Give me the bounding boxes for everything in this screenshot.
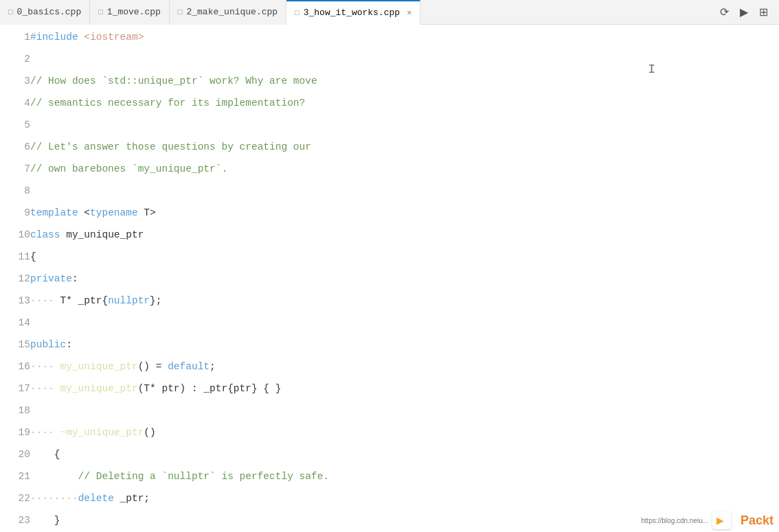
table-row: 9template <typename T> [0, 202, 779, 224]
code-cell: // semantics necessary for its implement… [30, 92, 779, 114]
code-cell: // Let's answer those questions by creat… [30, 136, 779, 158]
code-cell [30, 48, 779, 70]
line-number: 22 [0, 487, 30, 509]
code-cell: class my_unique_ptr [30, 224, 779, 246]
refresh-button[interactable]: ⟳ [717, 4, 732, 20]
table-row: 13···· T* _ptr{nullptr}; [0, 290, 779, 312]
code-cell [30, 180, 779, 202]
line-number: 17 [0, 378, 30, 400]
tab-label-0: 0_basics.cpp [17, 7, 82, 17]
code-cell: // How does `std::unique_ptr` work? Why … [30, 70, 779, 92]
line-number: 11 [0, 246, 30, 268]
table-row: 6// Let's answer those questions by crea… [0, 136, 779, 158]
table-row: 10class my_unique_ptr [0, 224, 779, 246]
bottom-overlay: https://blog.cdn.neiu... ▶ Packt [641, 511, 774, 529]
tab-0-basics[interactable]: □ 0_basics.cpp [0, 0, 90, 25]
play-button[interactable]: ▶ [737, 4, 751, 20]
code-cell: #include <iostream> [30, 26, 779, 48]
code-cell: // own barebones `my_unique_ptr`. [30, 158, 779, 180]
line-number: 1 [0, 26, 30, 48]
code-cell: ···· ~my_unique_ptr() [30, 421, 779, 443]
packt-logo: Packt [741, 513, 774, 528]
code-cell: ···· T* _ptr{nullptr}; [30, 290, 779, 312]
tab-2-make-unique[interactable]: □ 2_make_unique.cpp [170, 0, 286, 25]
code-cell: { [30, 246, 779, 268]
file-icon-1: □ [98, 8, 103, 16]
line-number: 9 [0, 202, 30, 224]
code-cell: ···· my_unique_ptr() = default; [30, 356, 779, 378]
editor-wrapper: I 1#include <iostream>2 3// How does `st… [0, 25, 779, 532]
play-overlay-icon: ▶ [716, 513, 724, 528]
code-cell: private: [30, 268, 779, 290]
line-number: 21 [0, 465, 30, 487]
file-icon-2: □ [178, 8, 183, 16]
line-number: 2 [0, 48, 30, 70]
code-cell: template <typename T> [30, 202, 779, 224]
line-number: 20 [0, 443, 30, 465]
tab-close-icon[interactable]: ✕ [407, 8, 411, 18]
tab-label-3: 3_how_it_works.cpp [304, 8, 400, 18]
toolbar-actions: ⟳ ▶ ⊞ [717, 4, 779, 20]
line-number: 13 [0, 290, 30, 312]
code-cell [30, 312, 779, 334]
line-number: 7 [0, 158, 30, 180]
line-number: 16 [0, 356, 30, 378]
table-row: 15public: [0, 334, 779, 356]
line-number: 6 [0, 136, 30, 158]
table-row: 20 { [0, 443, 779, 465]
play-overlay-btn[interactable]: ▶ [712, 511, 731, 529]
code-cell: { [30, 443, 779, 465]
table-row: 3// How does `std::unique_ptr` work? Why… [0, 70, 779, 92]
table-row: 1#include <iostream> [0, 26, 779, 48]
layout-button[interactable]: ⊞ [756, 4, 771, 20]
table-row: 4// semantics necessary for its implemen… [0, 92, 779, 114]
code-table: 1#include <iostream>2 3// How does `std:… [0, 26, 779, 531]
table-row: 21 // Deleting a `nullptr` is perfectly … [0, 465, 779, 487]
code-area[interactable]: 1#include <iostream>2 3// How does `std:… [0, 25, 779, 532]
code-cell: public: [30, 334, 779, 356]
table-row: 18 [0, 400, 779, 421]
table-row: 12private: [0, 268, 779, 290]
table-row: 7// own barebones `my_unique_ptr`. [0, 158, 779, 180]
table-row: 8 [0, 180, 779, 202]
code-cell [30, 114, 779, 136]
table-row: 14 [0, 312, 779, 334]
table-row: 11{ [0, 246, 779, 268]
tab-1-move[interactable]: □ 1_move.cpp [90, 0, 170, 25]
table-row: 19···· ~my_unique_ptr() [0, 421, 779, 443]
table-row: 5 [0, 114, 779, 136]
tab-label-2: 2_make_unique.cpp [186, 7, 278, 17]
table-row: 16···· my_unique_ptr() = default; [0, 356, 779, 378]
table-row: 17···· my_unique_ptr(T* ptr) : _ptr{ptr}… [0, 378, 779, 400]
code-cell: // Deleting a `nullptr` is perfectly saf… [30, 465, 779, 487]
file-icon-0: □ [8, 8, 13, 16]
line-number: 19 [0, 421, 30, 443]
tab-bar: □ 0_basics.cpp □ 1_move.cpp □ 2_make_uni… [0, 0, 779, 25]
code-cell: ········delete _ptr; [30, 487, 779, 509]
line-number: 4 [0, 92, 30, 114]
table-row: 2 [0, 48, 779, 70]
line-number: 10 [0, 224, 30, 246]
tab-3-how-it-works[interactable]: □ 3_how_it_works.cpp ✕ [286, 0, 420, 25]
line-number: 15 [0, 334, 30, 356]
tab-label-1: 1_move.cpp [107, 7, 161, 17]
line-number: 12 [0, 268, 30, 290]
line-number: 18 [0, 400, 30, 421]
line-number: 8 [0, 180, 30, 202]
cursor: I [648, 62, 655, 76]
code-cell: ···· my_unique_ptr(T* ptr) : _ptr{ptr} {… [30, 378, 779, 400]
code-cell [30, 400, 779, 421]
line-number: 3 [0, 70, 30, 92]
table-row: 22········delete _ptr; [0, 487, 779, 509]
line-number: 5 [0, 114, 30, 136]
line-number: 23 [0, 509, 30, 531]
url-text: https://blog.cdn.neiu... [641, 517, 708, 524]
code-editor[interactable]: 1#include <iostream>2 3// How does `std:… [0, 25, 779, 532]
line-number: 14 [0, 312, 30, 334]
file-icon-3: □ [295, 9, 300, 17]
